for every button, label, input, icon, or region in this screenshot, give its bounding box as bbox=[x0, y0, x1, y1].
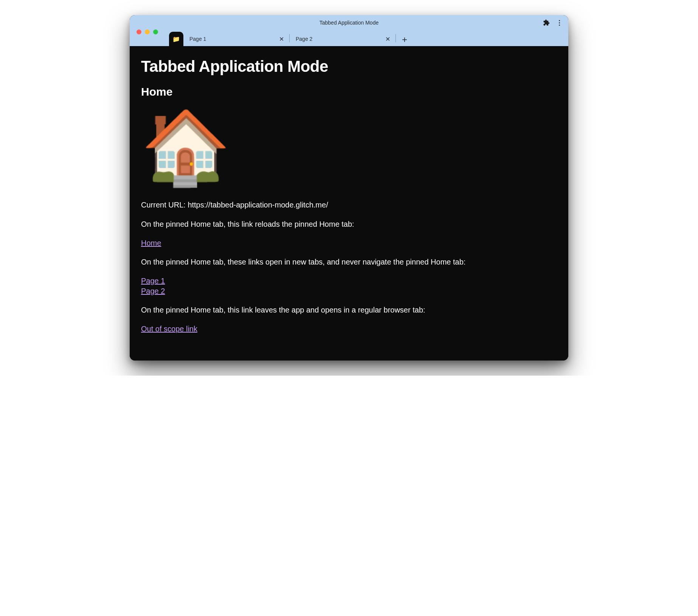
link-block-pages: Page 1 Page 2 bbox=[141, 276, 557, 296]
current-url-label: Current URL: bbox=[141, 201, 188, 209]
current-url-line: Current URL: https://tabbed-application-… bbox=[141, 200, 557, 210]
traffic-lights bbox=[136, 29, 158, 34]
window-close-button[interactable] bbox=[136, 29, 141, 34]
paragraph-newtabs: On the pinned Home tab, these links open… bbox=[141, 257, 557, 268]
close-icon[interactable]: ✕ bbox=[384, 36, 391, 42]
house-icon: 🏠 bbox=[141, 111, 557, 183]
titlebar: Tabbed Application Mode 📁 Page 1 ✕ Page … bbox=[130, 15, 568, 46]
folder-icon: 📁 bbox=[172, 36, 180, 43]
tab-label: Page 1 bbox=[189, 36, 278, 42]
plus-icon: + bbox=[402, 34, 407, 45]
titlebar-top: Tabbed Application Mode bbox=[130, 15, 568, 30]
new-tab-button[interactable]: + bbox=[398, 33, 411, 46]
current-url-value: https://tabbed-application-mode.glitch.m… bbox=[188, 201, 328, 209]
tab-page-2[interactable]: Page 2 ✕ bbox=[290, 32, 396, 46]
extensions-icon[interactable] bbox=[543, 19, 550, 26]
window-maximize-button[interactable] bbox=[153, 29, 158, 34]
tab-page-1[interactable]: Page 1 ✕ bbox=[183, 32, 289, 46]
paragraph-outscope: On the pinned Home tab, this link leaves… bbox=[141, 305, 557, 316]
home-link[interactable]: Home bbox=[141, 239, 161, 247]
tab-separator bbox=[396, 34, 396, 42]
content-area: Tabbed Application Mode Home 🏠 Current U… bbox=[130, 46, 568, 361]
paragraph-reload: On the pinned Home tab, this link reload… bbox=[141, 219, 557, 230]
link-block-home: Home bbox=[141, 238, 557, 248]
tab-strip: 📁 Page 1 ✕ Page 2 ✕ + bbox=[130, 30, 568, 46]
out-of-scope-link[interactable]: Out of scope link bbox=[141, 325, 197, 333]
app-window: Tabbed Application Mode 📁 Page 1 ✕ Page … bbox=[130, 15, 568, 361]
page-1-link[interactable]: Page 1 bbox=[141, 277, 165, 285]
pinned-home-tab[interactable]: 📁 bbox=[169, 32, 183, 46]
tab-label: Page 2 bbox=[296, 36, 384, 42]
window-title: Tabbed Application Mode bbox=[130, 20, 568, 26]
title-controls bbox=[543, 19, 563, 26]
page-2-link[interactable]: Page 2 bbox=[141, 287, 165, 295]
more-menu-icon[interactable] bbox=[555, 19, 563, 26]
close-icon[interactable]: ✕ bbox=[278, 36, 285, 42]
window-minimize-button[interactable] bbox=[145, 29, 150, 34]
page-title: Tabbed Application Mode bbox=[141, 57, 557, 76]
link-block-outscope: Out of scope link bbox=[141, 324, 557, 334]
page-subtitle: Home bbox=[141, 85, 557, 98]
